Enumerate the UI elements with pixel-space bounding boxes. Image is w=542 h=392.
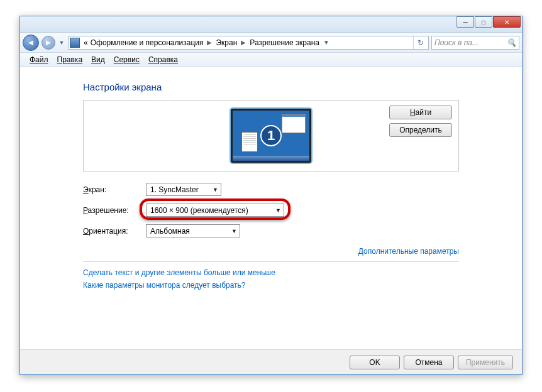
window: ─ □ ✕ ◄ ► ▼ « Оформление и персонализаци… (19, 16, 523, 375)
identify-button[interactable]: Определить (389, 123, 452, 137)
breadcrumb-item[interactable]: Оформление и персонализация (89, 38, 205, 47)
apply-button[interactable]: Применить (458, 356, 513, 369)
nav-forward-button[interactable]: ► (41, 36, 55, 50)
chevron-down-icon: ▼ (226, 228, 237, 234)
address-bar[interactable]: « Оформление и персонализация ▶ Экран ▶ … (68, 36, 429, 50)
resolution-row: Разрешение: 1600 × 900 (рекомендуется) ▼ (83, 204, 459, 217)
nav-back-button[interactable]: ◄ (23, 35, 39, 51)
monitor-thumbnail[interactable]: 1 (231, 109, 311, 163)
screen-row: Экран: 1. SyncMaster ▼ (83, 183, 459, 196)
menubar: Файл Правка Вид Сервис Справка (20, 53, 522, 67)
window-icon (282, 114, 306, 133)
advanced-settings-link[interactable]: Дополнительные параметры (358, 247, 459, 256)
resolution-dropdown[interactable]: 1600 × 900 (рекомендуется) ▼ (146, 204, 284, 217)
chevron-right-icon[interactable]: ▶ (238, 39, 248, 46)
search-placeholder: Поиск в па... (434, 38, 478, 47)
screen-dropdown[interactable]: 1. SyncMaster ▼ (146, 183, 221, 196)
dialog-footer: OK Отмена Применить (20, 349, 522, 374)
divider (83, 261, 459, 262)
page-title: Настройки экрана (83, 82, 459, 92)
content-area: Настройки экрана Найти Определить 1 Экра… (20, 67, 522, 312)
refresh-button[interactable]: ↻ (413, 36, 427, 49)
menu-service[interactable]: Сервис (109, 55, 144, 64)
resolution-label: Разрешение: (83, 206, 146, 215)
taskbar-icon (233, 156, 309, 161)
orientation-row: Ориентация: Альбомная ▼ (83, 224, 459, 237)
control-panel-icon (70, 38, 80, 48)
chevron-right-icon[interactable]: ▶ (204, 39, 214, 46)
menu-file[interactable]: Файл (25, 55, 53, 64)
ok-button[interactable]: OK (350, 356, 400, 369)
orientation-value: Альбомная (150, 227, 190, 236)
nav-history-dropdown[interactable]: ▼ (58, 36, 65, 50)
breadcrumb-item[interactable]: Экран (214, 38, 238, 47)
maximize-button[interactable]: □ (475, 16, 492, 28)
close-button[interactable]: ✕ (493, 16, 521, 28)
cancel-button[interactable]: Отмена (404, 356, 454, 369)
document-icon (241, 132, 258, 152)
which-settings-link[interactable]: Какие параметры монитора следует выбрать… (83, 281, 459, 290)
chevron-down-icon: ▼ (207, 187, 218, 193)
orientation-dropdown[interactable]: Альбомная ▼ (146, 224, 240, 237)
text-size-link[interactable]: Сделать текст и другие элементы больше и… (83, 268, 459, 277)
find-button[interactable]: Найти (389, 106, 452, 119)
orientation-label: Ориентация: (83, 227, 146, 236)
screen-value: 1. SyncMaster (150, 185, 199, 194)
navbar: ◄ ► ▼ « Оформление и персонализация ▶ Эк… (20, 33, 522, 53)
breadcrumb-prefix: « (82, 38, 89, 47)
menu-edit[interactable]: Правка (53, 55, 87, 64)
screen-label: Экран: (83, 185, 146, 194)
monitor-number-badge: 1 (260, 125, 282, 146)
menu-view[interactable]: Вид (87, 55, 109, 64)
chevron-down-icon: ▼ (270, 207, 281, 214)
minimize-button[interactable]: ─ (456, 16, 474, 28)
breadcrumb-item[interactable]: Разрешение экрана (248, 38, 321, 47)
resolution-value: 1600 × 900 (рекомендуется) (150, 206, 248, 215)
menu-help[interactable]: Справка (144, 55, 182, 64)
titlebar: ─ □ ✕ (20, 16, 522, 33)
search-input[interactable]: Поиск в па... 🔍 (431, 36, 519, 50)
monitor-preview-box: Найти Определить 1 (83, 100, 459, 172)
address-dropdown[interactable]: ▼ (321, 36, 332, 49)
refresh-icon: ↻ (418, 38, 424, 47)
search-icon: 🔍 (507, 38, 516, 47)
